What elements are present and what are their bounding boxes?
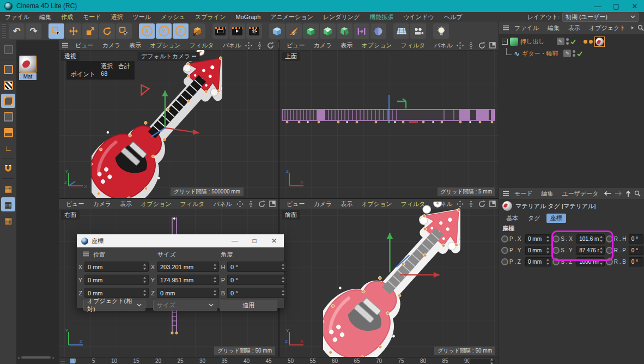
undo-button[interactable]: ↶ <box>9 23 25 39</box>
rb-field[interactable]: 0 ° <box>629 257 643 266</box>
enabled-check-icon[interactable] <box>570 39 576 44</box>
coordinates-dialog[interactable]: 座標 — □ ✕ 位置 サイズ 角度 X 0 mm X 203.201 mm H… <box>77 234 284 308</box>
guitar-model-front[interactable] <box>323 202 460 357</box>
dialog-title-bar[interactable]: 座標 — □ ✕ <box>77 234 284 247</box>
dialog-minimize-button[interactable]: — <box>225 234 245 247</box>
dolly-view-icon[interactable] <box>467 42 475 49</box>
material-thumbnail[interactable] <box>19 56 37 73</box>
spline-pen-button[interactable] <box>286 23 302 39</box>
spinner-icon[interactable] <box>490 358 494 364</box>
spinner-icon[interactable] <box>213 263 217 270</box>
dialog-maximize-button[interactable]: □ <box>245 234 264 247</box>
scroll-left-icon[interactable]: ‹ <box>18 355 20 361</box>
menu-select[interactable]: 選択 <box>106 12 128 22</box>
vp-menu-display[interactable]: 表示 <box>125 41 145 50</box>
render-view-button[interactable] <box>212 23 228 39</box>
keyframe-circle[interactable] <box>501 247 508 254</box>
keyframe-circle[interactable] <box>552 235 560 242</box>
toolbar-grip[interactable] <box>2 24 6 38</box>
more-menu-icon[interactable] <box>631 26 634 30</box>
move-button[interactable] <box>65 23 81 39</box>
angle-b-field[interactable]: 0 ° <box>227 288 287 298</box>
tab-basic[interactable]: 基本 <box>502 214 522 223</box>
coordinate-system-button[interactable] <box>190 23 205 39</box>
toggle-view-icon[interactable] <box>489 42 496 48</box>
spinner-icon[interactable] <box>281 276 285 283</box>
vp-menu-filter[interactable]: フィルタ <box>176 200 209 208</box>
spinner-icon[interactable] <box>599 258 603 265</box>
timeline-grip[interactable] <box>60 359 65 363</box>
hamburger-icon[interactable] <box>502 25 509 31</box>
scroll-right-icon[interactable]: › <box>52 355 54 361</box>
edge-mode-button[interactable] <box>1 110 15 124</box>
polygon-mode-button[interactable] <box>1 125 15 139</box>
toggle-view-icon[interactable] <box>489 201 496 207</box>
size-x-field[interactable]: 203.201 mm <box>157 262 219 272</box>
lock-y-axis-button[interactable]: Y <box>156 23 172 39</box>
light-button[interactable] <box>433 23 449 39</box>
vp-menu-options[interactable]: オプション <box>357 41 396 50</box>
history-back-icon[interactable] <box>604 191 611 196</box>
collapse-icon[interactable]: − <box>502 39 508 45</box>
toggle-view-icon[interactable] <box>269 201 276 207</box>
workplane-button[interactable]: ▦ <box>1 181 15 196</box>
camera-button[interactable] <box>410 23 426 39</box>
scale-button[interactable] <box>82 23 98 39</box>
toggle-view-icon[interactable] <box>278 42 278 48</box>
menu-create[interactable]: 作成 <box>56 12 78 22</box>
object-row-spline[interactable]: ∿ ギター・輪郭 ✎ <box>499 48 644 59</box>
menu-animation[interactable]: アニメーション <box>265 12 318 22</box>
vp-menu-view[interactable]: ビュー <box>282 41 309 50</box>
menu-spline[interactable]: スプライン <box>190 12 230 22</box>
keyframe-circle[interactable] <box>552 247 560 254</box>
am-menu-userdata[interactable]: ユーザデータ <box>558 189 603 198</box>
history-forward-icon[interactable] <box>615 191 622 196</box>
phong-tag-icon[interactable] <box>584 40 587 44</box>
layout-dropdown[interactable]: 初期 (ユーザー) <box>562 13 639 22</box>
vp-menu-panel[interactable]: パネル <box>218 41 246 50</box>
generator-button[interactable] <box>320 23 336 39</box>
vp-menu-panel[interactable]: パネル <box>209 200 236 208</box>
rh-field[interactable]: 0 ° <box>629 234 643 244</box>
convert-object-button[interactable] <box>1 42 15 56</box>
pan-view-icon[interactable] <box>245 42 252 49</box>
redo-button[interactable]: ↷ <box>26 23 41 39</box>
tab-tag[interactable]: タグ <box>524 214 544 223</box>
spinner-icon[interactable] <box>281 289 285 296</box>
viewport-front[interactable]: ビュー カメラ 表示 オプション フィルタ パネル 前面 <box>280 199 499 357</box>
object-name[interactable]: ギター・輪郭 <box>522 50 558 58</box>
scrollbar-thumb[interactable] <box>21 356 50 359</box>
size-mode-dropdown[interactable]: サイズ <box>153 300 217 311</box>
keyframe-circle[interactable] <box>606 247 613 254</box>
deformer-button[interactable] <box>337 23 353 39</box>
sy-field[interactable]: 87.476 mm <box>576 246 605 255</box>
om-menu-view[interactable]: 表示 <box>564 23 584 33</box>
camera-label[interactable]: デフォルトカメラ •• <box>137 52 200 61</box>
primitive-cube-button[interactable] <box>269 23 285 39</box>
om-menu-file[interactable]: ファイル <box>511 23 543 33</box>
snap-button[interactable] <box>1 161 15 175</box>
render-settings-button[interactable] <box>246 23 262 39</box>
subdivision-surface-button[interactable] <box>303 23 319 39</box>
pos-x-field[interactable]: 0 mm <box>84 262 149 272</box>
am-menu-mode[interactable]: モード <box>511 189 537 198</box>
search-icon[interactable] <box>634 190 641 197</box>
point-mode-button[interactable] <box>1 94 15 108</box>
spinner-icon[interactable] <box>546 258 550 265</box>
pz-field[interactable]: 0 mm <box>525 257 551 266</box>
spinner-icon[interactable] <box>213 289 217 296</box>
om-menu-edit[interactable]: 編集 <box>544 23 563 33</box>
vp-menu-view[interactable]: ビュー <box>62 200 89 208</box>
menu-tools[interactable]: ツール <box>128 12 156 22</box>
apply-button[interactable]: 適用 <box>220 300 277 311</box>
maximize-button[interactable]: ▢ <box>607 0 625 12</box>
spinner-icon[interactable] <box>281 263 285 270</box>
snap-workplane-button[interactable]: ▦ <box>1 213 15 227</box>
frame-field[interactable] <box>469 358 495 364</box>
pan-view-icon[interactable] <box>457 42 464 49</box>
sx-field[interactable]: 101.6 mm <box>576 234 605 244</box>
guitar-spline-top[interactable] <box>281 95 497 129</box>
vp-menu-view[interactable]: ビュー <box>282 200 309 208</box>
spline-modifier-button[interactable] <box>354 23 369 39</box>
menu-window[interactable]: ウインドウ <box>398 12 439 22</box>
